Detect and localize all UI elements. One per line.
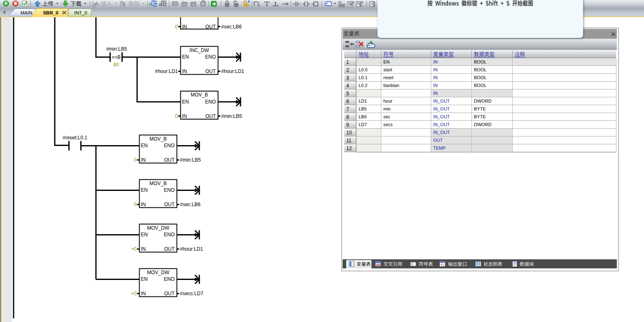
svg-text:#min:LB5: #min:LB5	[180, 157, 201, 163]
svg-text:OUT: OUT	[164, 246, 175, 252]
svg-text:EN: EN	[141, 276, 148, 282]
svg-text:OUT: OUT	[205, 24, 216, 30]
svg-text:ENO: ENO	[205, 54, 216, 60]
svg-text:IN: IN	[182, 24, 187, 30]
svg-text:MOV_B: MOV_B	[149, 136, 167, 142]
svg-text:IN: IN	[141, 246, 146, 252]
svg-text:MOV_B: MOV_B	[191, 92, 208, 98]
svg-text:+0: +0	[131, 291, 137, 296]
svg-text:60: 60	[113, 62, 119, 68]
svg-text:0: 0	[134, 202, 137, 207]
svg-text:==B: ==B	[112, 54, 121, 60]
svg-text:EN: EN	[141, 143, 148, 148]
svg-text:#secs:LD7: #secs:LD7	[180, 291, 203, 296]
svg-text:SBR_0: SBR_0	[43, 10, 58, 15]
svg-text:MOV_DW: MOV_DW	[147, 225, 170, 231]
svg-text:#sec:LB6: #sec:LB6	[221, 24, 242, 30]
svg-text:IN: IN	[141, 291, 146, 296]
svg-text:OUT: OUT	[164, 202, 175, 207]
svg-text:ENO: ENO	[205, 99, 216, 105]
svg-text:IN: IN	[182, 113, 187, 119]
svg-text:IN: IN	[141, 202, 146, 207]
svg-text:ENO: ENO	[164, 276, 175, 282]
svg-text:ENO: ENO	[164, 187, 175, 193]
svg-text:EN: EN	[182, 54, 189, 60]
svg-text:IN: IN	[182, 68, 187, 74]
svg-text:OUT: OUT	[205, 113, 216, 119]
svg-text:0: 0	[175, 24, 178, 30]
svg-text:#hour:LD1: #hour:LD1	[155, 68, 178, 74]
svg-text:OUT: OUT	[164, 291, 175, 296]
svg-text:MOV_B: MOV_B	[149, 181, 167, 186]
svg-text:#hour:LD1: #hour:LD1	[221, 68, 244, 74]
svg-text:EN: EN	[141, 187, 148, 193]
svg-text:+0: +0	[131, 246, 137, 252]
svg-text:MOV_DW: MOV_DW	[147, 270, 170, 275]
svg-text:0: 0	[134, 157, 137, 163]
svg-text:INT_0: INT_0	[74, 10, 87, 15]
svg-text:OUT: OUT	[164, 157, 175, 163]
svg-text:#min:LB5: #min:LB5	[106, 46, 127, 52]
svg-text:0: 0	[175, 113, 178, 119]
svg-text:#reset:L0.1: #reset:L0.1	[63, 135, 87, 141]
svg-text:IN: IN	[141, 157, 146, 163]
svg-text:#min:LB5: #min:LB5	[221, 113, 242, 119]
svg-text:#hour:LD1: #hour:LD1	[180, 246, 203, 252]
svg-text:EN: EN	[141, 232, 148, 237]
svg-text:OUT: OUT	[205, 68, 216, 74]
svg-text:INC_DW: INC_DW	[189, 47, 209, 53]
svg-text:MAIN: MAIN	[21, 10, 33, 15]
svg-text:ENO: ENO	[164, 143, 175, 148]
svg-text:#sec:LB6: #sec:LB6	[180, 202, 201, 207]
svg-text:ENO: ENO	[164, 232, 175, 237]
svg-text:EN: EN	[182, 99, 189, 105]
